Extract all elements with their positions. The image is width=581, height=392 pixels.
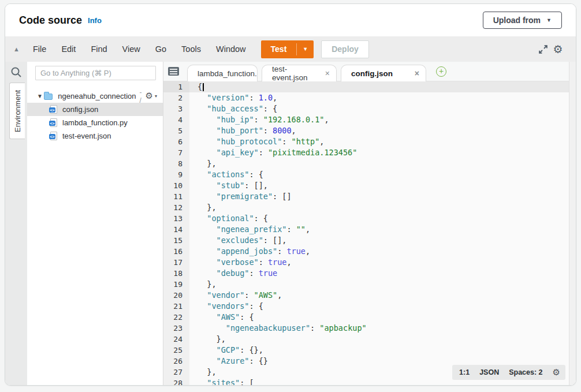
new-tab-icon[interactable]: + [436,66,446,77]
code-line-23[interactable]: 23 "ngeneabackupuser": "apbackup" [163,323,576,334]
editor-prefs-gear-icon[interactable]: ⚙ [553,368,560,377]
page-title: Code source [19,14,82,27]
tab-list-icon[interactable] [168,67,179,76]
menu-item-go[interactable]: Go [155,44,166,54]
line-content[interactable]: "optional": { [189,213,576,224]
code-line-11[interactable]: 11 "premigrate": [] [163,191,576,202]
menu-item-find[interactable]: Find [91,44,107,54]
line-content[interactable]: "GCP": {}, [189,345,576,356]
tab-environment[interactable]: Environment [9,83,25,139]
tree-file-config-json[interactable]: config.json [27,103,163,116]
code-line-17[interactable]: 17 "verbose": true, [163,257,576,268]
code-line-6[interactable]: 6 "hub_protocol": "http", [163,136,576,147]
file-name: lambda_function.py [62,118,128,127]
cursor-position[interactable]: 1:1 [459,368,470,376]
tree-folder-ngeneahub-connection[interactable]: ▼ ngeneahub_connection - / ⚙ ▾ [27,89,163,103]
line-content[interactable]: "hub_access": { [189,103,576,114]
code-line-7[interactable]: 7 "api_key": "pixitmedia.123456" [163,147,576,158]
tab-close-icon[interactable]: × [324,69,331,78]
code-line-9[interactable]: 9 "actions": { [163,169,576,180]
line-content[interactable]: "ngenea_prefix": "", [189,224,576,235]
line-content[interactable]: }, [189,279,576,290]
code-line-13[interactable]: 13 "optional": { [163,213,576,224]
upload-from-button[interactable]: Upload from ▼ [483,12,562,29]
folder-icon [44,94,53,100]
menu-item-edit[interactable]: Edit [61,44,76,54]
menu-item-view[interactable]: View [122,44,140,54]
code-line-2[interactable]: 2 "version": 1.0, [163,92,576,103]
line-content[interactable]: "ngeneabackupuser": "apbackup" [189,323,576,334]
code-line-10[interactable]: 10 "stub": [], [163,180,576,191]
upload-from-label: Upload from [493,16,541,25]
code-line-16[interactable]: 16 "append_jobs": true, [163,246,576,257]
line-content[interactable]: "hub_ip": "192.168.0.1", [189,114,576,125]
editor-status-bar: 1:1 JSON Spaces: 2 ⚙ [452,365,565,380]
language-mode[interactable]: JSON [479,368,499,376]
code-line-25[interactable]: 25 "GCP": {}, [163,345,576,356]
line-content[interactable]: "api_key": "pixitmedia.123456" [189,147,576,158]
fullscreen-icon[interactable] [535,42,550,57]
tree-file-lambda-function-py[interactable]: lambda_function.py [27,116,163,129]
search-icon[interactable] [10,66,23,79]
code-line-22[interactable]: 22 "AWS": { [163,312,576,323]
tab-close-icon[interactable]: × [414,69,420,78]
code-line-24[interactable]: 24 }, [163,334,576,345]
code-line-12[interactable]: 12 }, [163,202,576,213]
ide-settings-gear-icon[interactable]: ⚙ [550,42,565,57]
tab-test-event-json[interactable]: test-event.json× [262,65,337,81]
line-content[interactable]: "vendor": "AWS", [189,290,576,301]
line-content[interactable]: "append_jobs": true, [189,246,576,257]
deploy-button[interactable]: Deploy [321,40,369,58]
tree-file-test-event-json[interactable]: test-event.json [27,129,163,143]
line-number: 9 [163,169,189,180]
code-line-3[interactable]: 3 "hub_access": { [163,103,576,114]
code-line-18[interactable]: 18 "debug": true [163,268,576,279]
indent-setting[interactable]: Spaces: 2 [509,368,542,376]
code-line-14[interactable]: 14 "ngenea_prefix": "", [163,224,576,235]
code-line-15[interactable]: 15 "excludes": [], [163,235,576,246]
test-button-label: Test [261,40,297,58]
test-button[interactable]: Test ▼ [261,40,314,58]
code-line-8[interactable]: 8 }, [163,158,576,169]
editor-tabs: lambda_function.×test-event.json×config.… [187,65,430,81]
vertical-scrollbar[interactable] [569,62,576,385]
tab-lambda-function-[interactable]: lambda_function.× [187,65,258,81]
tab-config-json[interactable]: config.json× [341,65,426,81]
menu-item-tools[interactable]: Tools [181,44,201,54]
line-number: 12 [163,202,189,213]
line-content[interactable]: { [189,81,576,92]
folder-expand-caret-icon[interactable]: ▼ [37,93,44,99]
code-line-20[interactable]: 20 "vendor": "AWS", [163,290,576,301]
tree-settings-gear-icon[interactable]: ⚙ ▾ [146,92,157,100]
line-content[interactable]: "vendors": { [189,301,576,312]
line-content[interactable]: "AWS": { [189,312,576,323]
code-line-19[interactable]: 19 }, [163,279,576,290]
code-editor[interactable]: 1{2 "version": 1.0,3 "hub_access": {4 "h… [163,81,576,385]
line-content[interactable]: }, [189,334,576,345]
line-content[interactable]: "premigrate": [] [189,191,576,202]
line-content[interactable]: "hub_protocol": "http", [189,136,576,147]
line-content[interactable]: "actions": { [189,169,576,180]
editor-column: lambda_function.×test-event.json×config.… [163,62,576,385]
line-content[interactable]: "hub_port": 8000, [189,125,576,136]
line-content[interactable]: "excludes": [], [189,235,576,246]
info-link[interactable]: Info [88,16,102,25]
line-content[interactable]: "debug": true [189,268,576,279]
line-content[interactable]: "stub": [], [189,180,576,191]
ide-body: Environment ▼ ngeneahub_connection - / ⚙… [5,62,576,385]
line-number: 5 [163,125,189,136]
line-content[interactable]: }, [189,202,576,213]
code-line-4[interactable]: 4 "hub_ip": "192.168.0.1", [163,114,576,125]
test-dropdown-icon[interactable]: ▼ [297,40,314,58]
code-line-21[interactable]: 21 "vendors": { [163,301,576,312]
menu-item-window[interactable]: Window [216,44,246,54]
line-content[interactable]: "verbose": true, [189,257,576,268]
menu-item-file[interactable]: File [33,44,46,54]
line-content[interactable]: }, [189,158,576,169]
code-line-1[interactable]: 1{ [163,81,576,92]
goto-anything-input[interactable] [35,66,156,80]
code-line-5[interactable]: 5 "hub_port": 8000, [163,125,576,136]
collapse-panel-icon[interactable]: ▲ [13,46,26,53]
line-content[interactable]: "version": 1.0, [189,92,576,103]
folder-path-suffix: - / [140,88,146,104]
